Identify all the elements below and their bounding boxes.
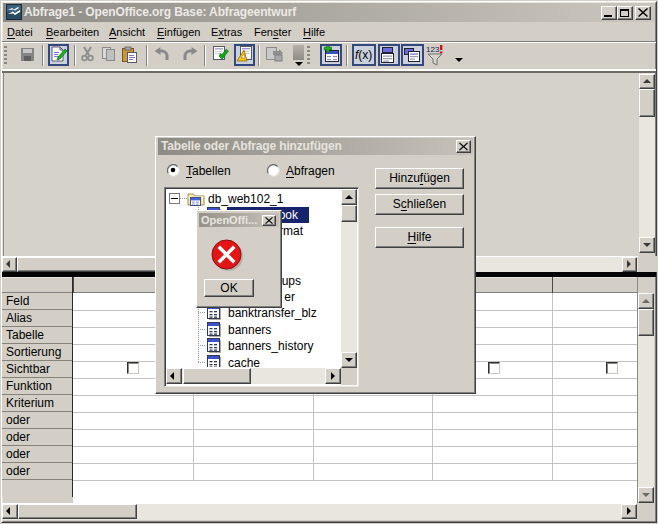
- svg-text:123: 123: [426, 45, 440, 54]
